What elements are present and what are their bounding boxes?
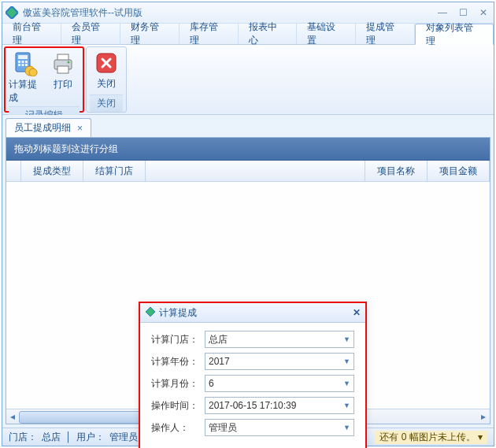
- chevron-down-icon: ▼: [343, 335, 350, 343]
- chevron-down-icon: ▼: [343, 424, 350, 431]
- col-commission-type[interactable]: 提成类型: [21, 161, 83, 181]
- chevron-down-icon: ▼: [343, 380, 350, 387]
- minimize-button[interactable]: —: [435, 7, 450, 18]
- menu-item-member[interactable]: 会员管理: [61, 24, 120, 44]
- doc-tab-label: 员工提成明细: [14, 121, 71, 135]
- status-store-label: 门店：: [9, 431, 37, 444]
- menu-item-base[interactable]: 基础设置: [297, 24, 356, 44]
- ribbon: 计算提成 打印 记录编辑: [2, 45, 494, 115]
- svg-rect-4: [18, 61, 20, 63]
- menu-item-report[interactable]: 报表中心: [239, 24, 298, 44]
- maximize-button[interactable]: ☐: [456, 7, 470, 18]
- dialog-close-icon[interactable]: ✕: [353, 307, 361, 318]
- group-hint-text: 拖动列标题到这进行分组: [14, 143, 118, 156]
- content-area: 员工提成明细 × 拖动列标题到这进行分组 提成类型 结算门店 项目名称 项目金额…: [2, 115, 494, 428]
- scroll-right-icon[interactable]: ▸: [477, 409, 490, 424]
- ribbon-group-close: 关闭 关闭: [86, 46, 127, 113]
- time-value: 2017-06-15 17:10:39: [209, 400, 296, 411]
- calculator-coins-icon: [13, 51, 38, 76]
- ribbon-group-caption-close: 关闭: [90, 94, 123, 112]
- col-settle-store[interactable]: 结算门店: [83, 161, 146, 181]
- month-value: 6: [209, 378, 214, 389]
- close-red-icon: [94, 50, 119, 76]
- col-item-name[interactable]: 项目名称: [365, 161, 428, 181]
- ribbon-group-record-edit: 计算提成 打印 记录编辑: [4, 46, 84, 113]
- label-month: 计算月份：: [151, 377, 200, 391]
- operator-select[interactable]: 管理员 ▼: [205, 419, 354, 436]
- menu-item-object-list[interactable]: 对象列表管理: [415, 24, 494, 45]
- calc-commission-label: 计算提成: [9, 78, 42, 105]
- status-user-value: 管理员: [109, 431, 138, 444]
- label-time: 操作时间：: [151, 399, 200, 413]
- label-operator: 操作人：: [151, 421, 200, 435]
- svg-rect-8: [22, 64, 24, 66]
- chevron-down-icon[interactable]: ▾: [478, 431, 483, 442]
- doc-tab-commission-detail[interactable]: 员工提成明细 ×: [6, 118, 91, 137]
- svg-rect-3: [18, 55, 28, 59]
- window-title: 傲蓝美容院管理软件--试用版: [23, 6, 143, 20]
- label-store: 计算门店：: [151, 333, 200, 346]
- menu-item-finance[interactable]: 财务管理: [120, 24, 180, 44]
- data-grid: 拖动列标题到这进行分组 提成类型 结算门店 项目名称 项目金额 ◂ ▸: [6, 137, 490, 424]
- print-label: 打印: [54, 78, 72, 91]
- dialog-title-text: 计算提成: [159, 306, 197, 320]
- svg-point-11: [29, 68, 37, 76]
- svg-rect-6: [25, 61, 28, 63]
- chevron-down-icon: ▼: [343, 357, 350, 365]
- svg-rect-14: [57, 66, 68, 73]
- calc-commission-dialog: 计算提成 ✕ 计算门店： 总店 ▼ 计算年份：: [139, 302, 367, 448]
- calc-commission-button[interactable]: 计算提成: [9, 50, 42, 106]
- menu-item-front[interactable]: 前台管理: [2, 24, 61, 44]
- svg-rect-5: [22, 61, 24, 63]
- month-select[interactable]: 6 ▼: [205, 375, 354, 392]
- status-upload-pending: 还有 0 幅图片未上传。 ▾: [375, 431, 487, 444]
- print-button[interactable]: 打印: [46, 50, 80, 106]
- svg-rect-9: [25, 64, 28, 66]
- close-label: 关闭: [97, 77, 116, 91]
- svg-marker-17: [146, 307, 155, 317]
- status-sep: │: [65, 431, 72, 442]
- dialog-titlebar: 计算提成 ✕: [140, 303, 365, 323]
- operator-value: 管理员: [209, 421, 237, 435]
- svg-point-15: [68, 61, 70, 64]
- scroll-left-icon[interactable]: ◂: [6, 409, 19, 424]
- main-menu: 前台管理 会员管理 财务管理 库存管理 报表中心 基础设置 提成管理 对象列表管…: [2, 24, 494, 45]
- app-window: 傲蓝美容院管理软件--试用版 — ☐ ✕ 前台管理 会员管理 财务管理 库存管理…: [2, 2, 494, 446]
- close-window-button[interactable]: ✕: [476, 7, 490, 18]
- menu-item-stock[interactable]: 库存管理: [180, 24, 239, 44]
- status-store-value: 总店: [42, 431, 61, 444]
- printer-icon: [50, 51, 76, 76]
- status-user-label: 用户：: [76, 431, 105, 444]
- store-value: 总店: [209, 333, 228, 346]
- menu-item-commission[interactable]: 提成管理: [356, 24, 415, 44]
- store-select[interactable]: 总店 ▼: [205, 331, 354, 348]
- year-value: 2017: [209, 356, 230, 367]
- year-select[interactable]: 2017 ▼: [205, 353, 354, 370]
- chevron-down-icon: ▼: [343, 402, 350, 409]
- time-select[interactable]: 2017-06-15 17:10:39 ▼: [205, 397, 354, 414]
- doc-tab-close-icon[interactable]: ×: [77, 123, 83, 134]
- close-button[interactable]: 关闭: [90, 49, 123, 92]
- app-logo-icon: [6, 6, 18, 19]
- group-by-panel[interactable]: 拖动列标题到这进行分组: [6, 138, 490, 161]
- svg-rect-7: [18, 64, 20, 66]
- label-year: 计算年份：: [151, 355, 200, 368]
- column-headers: 提成类型 结算门店 项目名称 项目金额: [6, 161, 490, 182]
- svg-marker-0: [6, 6, 18, 19]
- document-tabs: 员工提成明细 ×: [6, 118, 490, 137]
- dialog-title-icon: [145, 306, 156, 320]
- col-item-amount[interactable]: 项目金额: [428, 161, 490, 181]
